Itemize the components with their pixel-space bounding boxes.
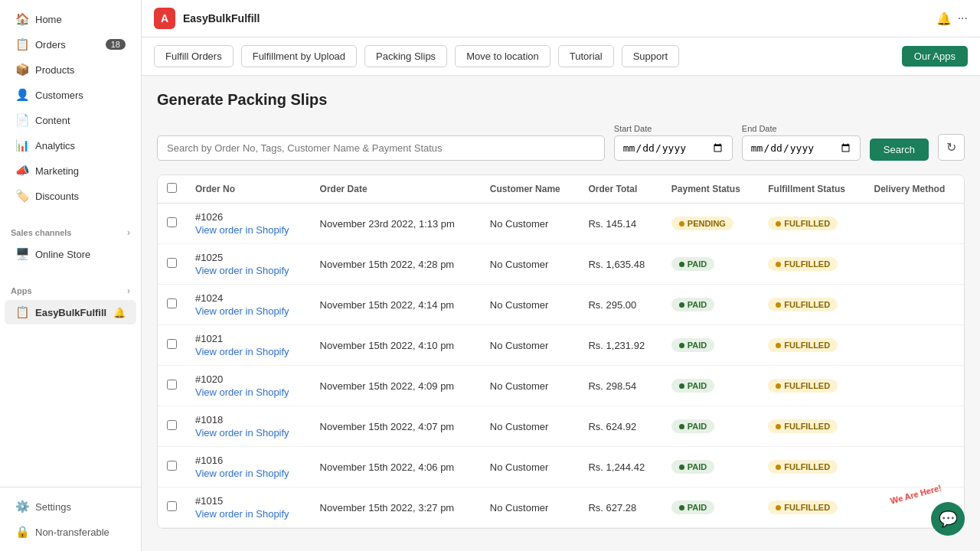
sidebar-item-content[interactable]: 📄 Content: [5, 108, 136, 132]
tab-packing-slips[interactable]: Packing Slips: [364, 45, 447, 67]
dot-icon: [679, 221, 684, 227]
row-checkbox[interactable]: [167, 339, 177, 349]
end-date-group: End Date: [742, 124, 861, 161]
fulfillment-status-cell: FULFILLED: [759, 487, 864, 528]
dot-icon: [679, 465, 684, 470]
sidebar-item-settings[interactable]: ⚙️ Settings: [5, 494, 136, 519]
order-date-cell: November 15th 2022, 3:27 pm: [311, 487, 481, 528]
order-total-cell: Rs. 298.54: [579, 366, 662, 406]
lock-icon: 🔒: [15, 525, 29, 539]
row-checkbox[interactable]: [167, 501, 177, 511]
refresh-button[interactable]: ↻: [938, 134, 965, 161]
main-content: A EasyBulkFulfill 🔔 ··· Fulfill Orders F…: [142, 0, 980, 551]
customer-name-cell: No Customer: [481, 325, 580, 366]
table-row: #1025 View order in Shopify November 15t…: [158, 244, 964, 285]
order-total-cell: Rs. 1,635.48: [579, 244, 662, 285]
search-input[interactable]: [157, 135, 605, 161]
sidebar-item-analytics[interactable]: 📊 Analytics: [5, 133, 136, 158]
col-payment-status: Payment Status: [662, 175, 759, 204]
sidebar-bottom: ⚙️ Settings 🔒 Non-transferable: [0, 487, 141, 551]
chat-button[interactable]: 💬: [931, 502, 965, 536]
col-order-date: Order Date: [311, 175, 481, 204]
order-link[interactable]: View order in Shopify: [195, 265, 302, 276]
order-number: #1026: [195, 211, 302, 223]
order-total-cell: Rs. 1,244.42: [579, 447, 662, 487]
end-date-label: End Date: [742, 124, 861, 133]
sidebar-main-nav: 🏠 Home 📋 Orders 18📦 Products 👤 Customers…: [0, 0, 141, 215]
bell-icon[interactable]: 🔔: [936, 11, 952, 26]
tab-support[interactable]: Support: [622, 45, 680, 67]
navtabs: Fulfill Orders Fulfillment by Upload Pac…: [142, 37, 980, 76]
sidebar-item-easybulkfulfill[interactable]: 📋 EasyBulkFulfill 🔔: [5, 300, 136, 324]
dot-icon: [679, 424, 684, 429]
sidebar-item-customers[interactable]: 👤 Customers: [5, 83, 136, 107]
our-apps-button[interactable]: Our Apps: [902, 46, 968, 67]
order-link[interactable]: View order in Shopify: [195, 386, 302, 398]
sidebar-sales-channels-section: Sales channels › 🖥️ Online Store: [0, 215, 141, 273]
order-number: #1020: [195, 373, 302, 385]
tab-tutorial[interactable]: Tutorial: [558, 45, 614, 67]
customer-name-cell: No Customer: [481, 366, 580, 406]
payment-status-cell: PAID: [662, 285, 759, 325]
sidebar-item-discounts[interactable]: 🏷️ Discounts: [5, 184, 136, 208]
fulfillment-status-cell: FULFILLED: [759, 325, 864, 366]
payment-status-badge: PAID: [671, 257, 714, 271]
dot-icon: [776, 465, 781, 470]
row-checkbox[interactable]: [167, 258, 177, 268]
payment-status-badge: PENDING: [671, 217, 733, 230]
order-link[interactable]: View order in Shopify: [195, 427, 302, 439]
order-link[interactable]: View order in Shopify: [195, 305, 302, 317]
start-date-input[interactable]: [614, 135, 733, 161]
order-total-cell: Rs. 624.92: [579, 406, 662, 447]
row-checkbox[interactable]: [167, 298, 177, 308]
order-link[interactable]: View order in Shopify: [195, 508, 302, 520]
sidebar-item-non-transferable[interactable]: 🔒 Non-transferable: [5, 520, 136, 544]
products-icon: 📦: [15, 63, 29, 77]
sidebar-item-orders[interactable]: 📋 Orders 18: [5, 32, 136, 57]
payment-status-badge: PAID: [671, 500, 714, 514]
order-date-cell: November 15th 2022, 4:10 pm: [311, 325, 481, 366]
fulfillment-status-badge: FULFILLED: [768, 379, 838, 393]
sidebar-item-marketing[interactable]: 📣 Marketing: [5, 158, 136, 183]
sidebar: 🏠 Home 📋 Orders 18📦 Products 👤 Customers…: [0, 0, 142, 551]
tab-move-to-location[interactable]: Move to location: [455, 45, 550, 67]
order-no-cell: #1018 View order in Shopify: [186, 406, 311, 447]
row-checkbox-cell: [158, 447, 186, 487]
order-no-cell: #1025 View order in Shopify: [186, 244, 311, 285]
sidebar-item-products[interactable]: 📦 Products: [5, 57, 136, 82]
badge-orders: 18: [106, 39, 126, 50]
delivery-method-cell: [865, 366, 964, 406]
order-date-cell: November 15th 2022, 4:28 pm: [311, 244, 481, 285]
row-checkbox[interactable]: [167, 217, 177, 227]
order-link[interactable]: View order in Shopify: [195, 346, 302, 357]
select-all-checkbox[interactable]: [167, 183, 177, 193]
row-checkbox[interactable]: [167, 420, 177, 430]
chevron-icon: ›: [127, 227, 130, 238]
row-checkbox[interactable]: [167, 461, 177, 471]
content-icon: 📄: [15, 113, 29, 127]
customer-name-cell: No Customer: [481, 406, 580, 447]
tab-fulfillment-by-upload[interactable]: Fulfillment by Upload: [241, 45, 357, 67]
more-icon[interactable]: ···: [958, 11, 968, 25]
payment-status-cell: PAID: [662, 325, 759, 366]
search-button[interactable]: Search: [870, 139, 929, 161]
table-row: #1020 View order in Shopify November 15t…: [158, 366, 964, 406]
sidebar-item-online-store[interactable]: 🖥️ Online Store: [5, 242, 136, 266]
delivery-method-cell: [865, 285, 964, 325]
fulfillment-status-cell: FULFILLED: [759, 244, 864, 285]
order-link[interactable]: View order in Shopify: [195, 224, 302, 236]
customers-icon: 👤: [15, 88, 29, 102]
row-checkbox-cell: [158, 204, 186, 244]
order-link[interactable]: View order in Shopify: [195, 468, 302, 479]
row-checkbox[interactable]: [167, 380, 177, 390]
sidebar-item-home[interactable]: 🏠 Home: [5, 7, 136, 31]
dot-icon: [679, 262, 684, 267]
row-checkbox-cell: [158, 244, 186, 285]
end-date-input[interactable]: [742, 135, 861, 161]
tab-fulfill-orders[interactable]: Fulfill Orders: [154, 45, 234, 67]
payment-status-cell: PAID: [662, 366, 759, 406]
payment-status-badge: PAID: [671, 379, 714, 393]
sidebar-section-label-sales-channels: Sales channels ›: [0, 221, 141, 241]
delivery-method-cell: [865, 447, 964, 487]
settings-icon: ⚙️: [15, 500, 29, 514]
